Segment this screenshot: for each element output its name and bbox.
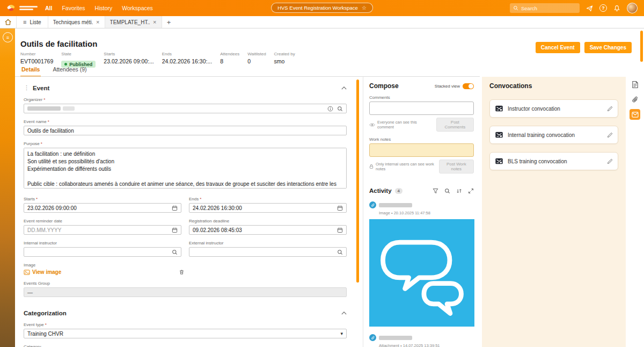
company-logo[interactable] <box>6 3 38 13</box>
section-categorization-header[interactable]: Categorization <box>24 310 347 316</box>
notifications-bell-icon[interactable] <box>613 4 621 12</box>
user-avatar[interactable] <box>627 3 638 13</box>
external-instructor-input[interactable] <box>193 249 337 255</box>
meta-attendees: Attendees8 <box>220 52 239 68</box>
convocation-card-internal-training[interactable]: Internal training convocation <box>489 126 618 144</box>
edit-pencil-icon[interactable] <box>607 132 613 138</box>
home-icon[interactable] <box>0 16 16 28</box>
nav-workspaces[interactable]: Workspaces <box>122 5 153 11</box>
comments-input[interactable] <box>369 102 474 115</box>
comments-visibility-hint: Everyone can see this comment <box>377 120 434 129</box>
reference-search-icon[interactable] <box>337 249 343 255</box>
reference-search-icon[interactable] <box>172 249 178 255</box>
reminder-date-input[interactable] <box>27 227 172 233</box>
workspace-title: HVS Event Registration Workspace <box>277 5 358 11</box>
drag-handle-icon[interactable]: ⋮ <box>24 84 30 91</box>
workspace-switcher[interactable]: HVS Event Registration Workspace ☆ <box>271 3 373 13</box>
info-circle-icon[interactable] <box>327 106 333 112</box>
field-label: Starts <box>24 197 35 201</box>
event-form-panel: ⋮ Event Organizer* <box>15 77 355 347</box>
tab-strip: ≡ Liste Techniques méti... × TEMPLATE_HT… <box>0 16 644 28</box>
edit-pencil-icon[interactable] <box>607 158 613 164</box>
nav-history[interactable]: History <box>95 5 113 11</box>
ends-input[interactable] <box>193 205 337 211</box>
purpose-textarea[interactable]: La facilitation : une définition Son uti… <box>24 148 347 189</box>
logo-icon <box>6 3 16 13</box>
post-work-notes-button[interactable]: Post Work notes <box>439 160 474 174</box>
collapse-chevron-icon[interactable] <box>341 86 347 90</box>
required-marker: * <box>48 119 49 124</box>
record-tab-techniques[interactable]: Techniques méti... × <box>48 16 105 28</box>
field-event-name: Event name* <box>24 119 347 135</box>
favorite-star-icon[interactable]: ☆ <box>362 5 367 11</box>
reference-search-icon[interactable] <box>337 106 343 112</box>
close-icon[interactable]: × <box>96 19 99 25</box>
expand-icon[interactable] <box>468 188 474 194</box>
calendar-icon[interactable] <box>172 227 178 233</box>
activity-title: Activity <box>369 187 392 194</box>
save-changes-button[interactable]: Save Changes <box>584 42 632 53</box>
field-label: Category <box>24 344 41 347</box>
share-chat-icon[interactable] <box>586 4 594 12</box>
attachments-paperclip-icon[interactable] <box>630 94 640 105</box>
compose-title: Compose <box>369 82 399 90</box>
tab-attendees[interactable]: Attendees (9) <box>52 63 87 77</box>
field-ends: Ends* <box>189 197 347 213</box>
sidebar-menu-button[interactable]: ≡ <box>3 32 13 42</box>
collapse-chevron-icon[interactable] <box>341 312 347 315</box>
form-scrollbar[interactable] <box>356 79 359 283</box>
delete-image-icon[interactable] <box>179 269 185 275</box>
edit-pencil-icon[interactable] <box>607 106 613 112</box>
activity-search-icon[interactable] <box>444 188 450 194</box>
required-marker: * <box>43 97 45 102</box>
record-actions: Cancel Event Save Changes <box>536 42 632 53</box>
event-type-select[interactable]: Training CHVR ▾ <box>24 329 347 338</box>
compose-panel: Compose Stacked view Comments Everyone c… <box>363 77 480 347</box>
list-menu-label: Liste <box>30 19 41 25</box>
field-label: Ends <box>189 197 199 201</box>
search-input[interactable] <box>521 5 576 11</box>
calendar-icon[interactable] <box>337 227 343 233</box>
section-event-header[interactable]: ⋮ Event <box>24 84 347 91</box>
calendar-icon[interactable] <box>337 205 343 211</box>
post-comments-button[interactable]: Post Comments <box>436 118 474 132</box>
registration-deadline-input[interactable] <box>193 227 337 233</box>
lock-icon <box>369 164 374 169</box>
event-name-input[interactable] <box>27 128 343 134</box>
field-label: Purpose <box>24 141 40 146</box>
cancel-event-button[interactable]: Cancel Event <box>536 42 580 53</box>
convocation-card-bls-training[interactable]: BLS training convocation <box>489 152 618 170</box>
details-doc-icon[interactable] <box>630 79 640 90</box>
view-image-link[interactable]: View image <box>24 269 61 275</box>
field-label: Event name <box>24 119 47 124</box>
list-menu-icon: ≡ <box>23 19 26 25</box>
global-search[interactable] <box>510 3 580 13</box>
work-notes-input[interactable] <box>369 143 474 157</box>
help-glyph: ? <box>602 5 605 11</box>
internal-instructor-input[interactable] <box>27 249 172 255</box>
convocation-card-instructor[interactable]: Instructor convocation <box>489 99 618 118</box>
filter-icon[interactable] <box>433 188 438 194</box>
field-label: Event type <box>24 322 44 327</box>
nav-all[interactable]: All <box>45 5 52 11</box>
field-label: Internal instructor <box>24 241 57 245</box>
new-tab-button[interactable]: + <box>162 16 176 28</box>
calendar-icon[interactable] <box>172 205 178 211</box>
nav-favorites[interactable]: Favorites <box>62 5 85 11</box>
eye-icon <box>369 123 375 127</box>
record-tab-template[interactable]: TEMPLATE_HT... × <box>105 16 162 28</box>
activity-image-speech-bubbles[interactable] <box>369 219 474 327</box>
convocations-mail-icon[interactable] <box>630 109 640 120</box>
list-menu-tab[interactable]: ≡ Liste <box>16 16 48 28</box>
stacked-view-toggle[interactable] <box>463 83 474 89</box>
activity-entry-meta: Attachment • 14.07.2025 13:39:51 <box>379 343 474 347</box>
field-purpose: Purpose* La facilitation : une définitio… <box>24 141 347 191</box>
help-icon[interactable]: ? <box>599 4 607 12</box>
starts-input[interactable] <box>27 205 172 211</box>
page-title: Outils de facilitation <box>20 39 97 48</box>
tab-details[interactable]: Details <box>20 63 41 77</box>
page-scrollbar[interactable] <box>640 31 643 62</box>
organizer-input[interactable] <box>24 104 347 113</box>
close-icon[interactable]: × <box>153 19 156 25</box>
sort-icon[interactable] <box>456 188 462 194</box>
